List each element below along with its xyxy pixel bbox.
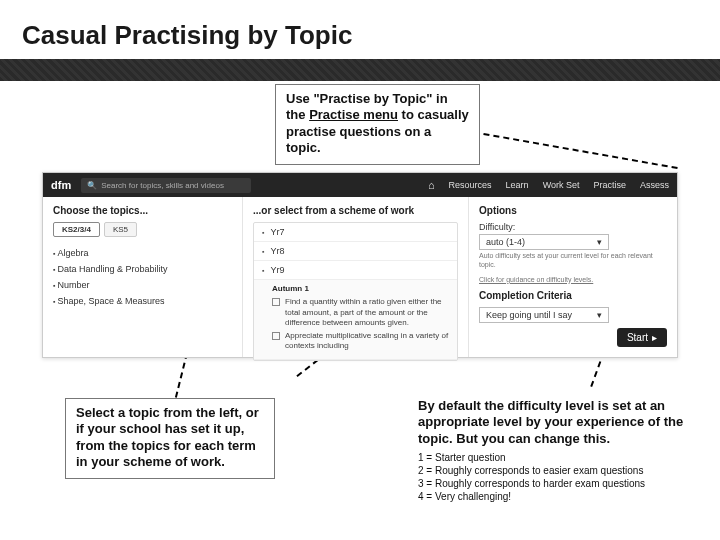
title-accent-band — [0, 59, 720, 81]
column-scheme: ...or select from a scheme of work Yr7 Y… — [243, 197, 469, 357]
page-title: Casual Practising by Topic — [0, 14, 720, 57]
sow-item-2[interactable]: Appreciate multiplicative scaling in a v… — [285, 331, 449, 352]
column-topics: Choose the topics... KS2/3/4 KS5 Algebra… — [43, 197, 243, 357]
term-autumn1: Autumn 1 Find a quantity within a ratio … — [254, 280, 457, 360]
difficulty-select[interactable]: auto (1-4) ▾ — [479, 234, 609, 250]
topic-data[interactable]: Data Handling & Probability — [53, 261, 232, 277]
nav-resources[interactable]: Resources — [449, 180, 492, 190]
col2-header: ...or select from a scheme of work — [253, 205, 458, 216]
topic-shape[interactable]: Shape, Space & Measures — [53, 293, 232, 309]
year-9[interactable]: Yr9 — [254, 261, 457, 280]
search-icon: 🔍 — [87, 181, 97, 190]
logo: dfm — [51, 179, 71, 191]
nav-links: ⌂ Resources Learn Work Set Practise Asse… — [428, 179, 669, 191]
topic-number[interactable]: Number — [53, 277, 232, 293]
callout-top-underline: Practise menu — [309, 107, 398, 122]
sow-item-1[interactable]: Find a quantity within a ratio given eit… — [285, 297, 449, 328]
nav-assess[interactable]: Assess — [640, 180, 669, 190]
def-4: 4 = Very challenging! — [418, 490, 698, 503]
completion-select[interactable]: Keep going until I say ▾ — [479, 307, 609, 323]
chevron-down-icon: ▾ — [597, 237, 602, 247]
start-label: Start — [627, 332, 648, 343]
completion-header: Completion Criteria — [479, 290, 667, 301]
topic-algebra[interactable]: Algebra — [53, 245, 232, 261]
difficulty-definitions: 1 = Starter question 2 = Roughly corresp… — [418, 451, 698, 503]
tab-ks234[interactable]: KS2/3/4 — [53, 222, 100, 237]
completion-value: Keep going until I say — [486, 310, 572, 320]
tab-ks5[interactable]: KS5 — [104, 222, 137, 237]
difficulty-value: auto (1-4) — [486, 237, 525, 247]
chevron-down-icon: ▾ — [597, 310, 602, 320]
callout-top-text: Use "Practise by Topic" in the Practise … — [286, 91, 469, 155]
start-button[interactable]: Start — [617, 328, 667, 347]
difficulty-hint1: Auto difficulty sets at your current lev… — [479, 252, 667, 270]
checkbox-icon[interactable] — [272, 298, 280, 306]
def-2: 2 = Roughly corresponds to easier exam q… — [418, 464, 698, 477]
search-input[interactable]: 🔍 Search for topics, skills and videos — [81, 178, 251, 193]
callout-bottom-left: Select a topic from the left, or if your… — [65, 398, 275, 479]
callout-top: Use "Practise by Topic" in the Practise … — [275, 84, 480, 165]
arrow-top — [483, 133, 677, 169]
nav-learn[interactable]: Learn — [506, 180, 529, 190]
home-icon[interactable]: ⌂ — [428, 179, 435, 191]
topbar: dfm 🔍 Search for topics, skills and vide… — [43, 173, 677, 197]
year-7[interactable]: Yr7 — [254, 223, 457, 242]
difficulty-label: Difficulty: — [479, 222, 667, 232]
callout-bottom-right: By default the difficulty level is set a… — [418, 398, 698, 503]
app-screenshot: dfm 🔍 Search for topics, skills and vide… — [42, 172, 678, 358]
checkbox-icon[interactable] — [272, 332, 280, 340]
col1-header: Choose the topics... — [53, 205, 232, 216]
col3-header: Options — [479, 205, 667, 216]
term-label[interactable]: Autumn 1 — [272, 284, 449, 294]
title-block: Casual Practising by Topic — [0, 14, 720, 81]
def-3: 3 = Roughly corresponds to harder exam q… — [418, 477, 698, 490]
search-placeholder: Search for topics, skills and videos — [101, 181, 224, 190]
nav-practise[interactable]: Practise — [593, 180, 626, 190]
difficulty-hint-link[interactable]: Click for guidance on difficulty levels. — [479, 276, 667, 285]
column-options: Options Difficulty: auto (1-4) ▾ Auto di… — [469, 197, 677, 357]
nav-workset[interactable]: Work Set — [543, 180, 580, 190]
callout-br-main: By default the difficulty level is set a… — [418, 398, 698, 447]
def-1: 1 = Starter question — [418, 451, 698, 464]
year-8[interactable]: Yr8 — [254, 242, 457, 261]
slide: Casual Practising by Topic Use "Practise… — [0, 0, 720, 540]
